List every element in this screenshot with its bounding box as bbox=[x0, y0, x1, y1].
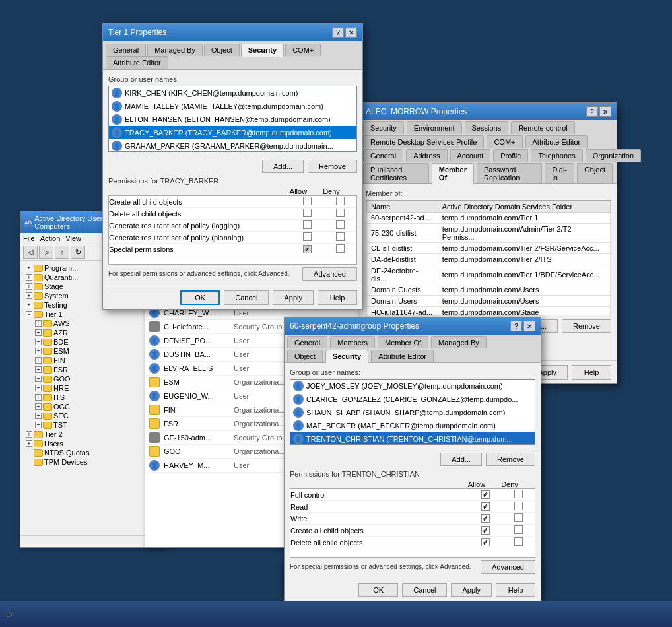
listbox-item[interactable]: 👤 MAE_BECKER (MAE_BECKER@temp.dumpdomain… bbox=[290, 419, 535, 432]
tree-item-ogc[interactable]: + OGC bbox=[23, 402, 162, 411]
serpent-close-btn[interactable]: ✕ bbox=[523, 321, 535, 331]
tab-password-replication[interactable]: Password Replication bbox=[477, 163, 542, 183]
tier1-permissions-listbox[interactable]: Create all child objects Delete all chil… bbox=[108, 195, 357, 265]
ad-refresh-btn[interactable]: ↻ bbox=[71, 246, 85, 259]
alec-close-btn[interactable]: ✕ bbox=[599, 106, 611, 117]
tier1-ok-btn[interactable]: OK bbox=[180, 290, 220, 305]
tab-dial-in[interactable]: Dial-in bbox=[545, 163, 574, 183]
allow-checkbox-grayed[interactable]: ✓ bbox=[303, 245, 312, 253]
taskbar-start[interactable]: ⊞ bbox=[3, 610, 15, 618]
listbox-item[interactable]: 👤 KIRK_CHEN (KIRK_CHEN@temp.dumpdomain.c… bbox=[109, 86, 356, 100]
tree-item-fsr[interactable]: + FSR bbox=[23, 365, 162, 374]
tab-member-of-serpent[interactable]: Member Of bbox=[378, 336, 428, 348]
ad-up-btn[interactable]: ↑ bbox=[55, 246, 69, 259]
serpent-permissions-listbox[interactable]: Full control ✓ Read ✓ Write ✓ Create all… bbox=[290, 488, 535, 558]
tab-com[interactable]: COM+ bbox=[285, 44, 321, 56]
ad-forward-btn[interactable]: ▷ bbox=[39, 246, 53, 259]
tab-object-alec[interactable]: Object bbox=[577, 163, 613, 183]
allow-checkbox[interactable] bbox=[303, 209, 312, 217]
allow-checkbox[interactable]: ✓ bbox=[481, 502, 490, 511]
tab-attribute-editor[interactable]: Attribute Editor bbox=[106, 56, 168, 69]
tier1-users-listbox[interactable]: 👤 KIRK_CHEN (KIRK_CHEN@temp.dumpdomain.c… bbox=[108, 86, 357, 152]
serpent-advanced-btn[interactable]: Advanced bbox=[481, 560, 535, 574]
tab-rdp[interactable]: Remote Desktop Services Profile bbox=[363, 135, 484, 148]
allow-checkbox[interactable] bbox=[303, 232, 312, 241]
serpent-users-listbox[interactable]: 👤 JOEY_MOSLEY (JOEY_MOSLEY@temp.dumpdoma… bbox=[290, 379, 535, 445]
deny-checkbox[interactable] bbox=[514, 525, 523, 534]
tab-sessions[interactable]: Sessions bbox=[465, 121, 509, 134]
tree-item-ntds[interactable]: NTDS Quotas bbox=[23, 448, 162, 457]
deny-checkbox[interactable] bbox=[514, 490, 523, 498]
tier1-close-btn[interactable]: ✕ bbox=[345, 27, 357, 38]
tab-general-serpent[interactable]: General bbox=[287, 336, 327, 348]
tab-remote-control[interactable]: Remote control bbox=[511, 121, 575, 134]
tab-managed-by-serpent[interactable]: Managed By bbox=[431, 336, 487, 348]
tab-profile-alec[interactable]: Profile bbox=[493, 149, 528, 162]
serpent-ok-btn[interactable]: OK bbox=[358, 583, 398, 597]
allow-checkbox[interactable]: ✓ bbox=[481, 538, 490, 546]
ad-back-btn[interactable]: ◁ bbox=[23, 246, 38, 259]
tier1-cancel-btn[interactable]: Cancel bbox=[224, 290, 269, 305]
serpent-add-btn[interactable]: Add... bbox=[440, 453, 482, 466]
listbox-item[interactable]: 👤 ELTON_HANSEN (ELTON_HANSEN@temp.dumpdo… bbox=[109, 113, 356, 126]
listbox-item[interactable]: 👤 GRAHAM_PARKER (GRAHAM_PARKER@temp.dump… bbox=[109, 139, 356, 152]
listbox-item-selected[interactable]: 👤 TRACY_BARKER (TRACY_BARKER@temp.dumpdo… bbox=[109, 126, 356, 139]
tier1-help-icon[interactable]: ? bbox=[332, 27, 344, 38]
tab-telephones[interactable]: Telephones bbox=[531, 149, 582, 162]
allow-checkbox[interactable]: ✓ bbox=[481, 490, 490, 499]
table-row[interactable]: DE-24octobre-dis... temp.dumpdomain.com/… bbox=[367, 265, 611, 284]
tab-environment[interactable]: Environment bbox=[407, 121, 462, 134]
tab-security[interactable]: Security bbox=[241, 44, 284, 57]
table-row[interactable]: 60-serpent42-ad... temp.dumpdomain.com/T… bbox=[367, 213, 611, 224]
tree-item-hre[interactable]: + HRE bbox=[23, 383, 162, 393]
tree-item-esm[interactable]: + ESM bbox=[23, 346, 162, 356]
tab-member-of[interactable]: Member Of bbox=[432, 163, 474, 185]
serpent-remove-btn[interactable]: Remove bbox=[486, 453, 535, 466]
tab-security-serpent[interactable]: Security bbox=[325, 350, 368, 364]
allow-checkbox[interactable] bbox=[303, 220, 312, 229]
tree-item-tpm[interactable]: TPM Devices bbox=[23, 457, 162, 467]
deny-checkbox[interactable] bbox=[514, 502, 523, 510]
deny-checkbox[interactable] bbox=[336, 197, 345, 205]
deny-checkbox[interactable] bbox=[336, 232, 345, 241]
tier1-help-btn[interactable]: Help bbox=[318, 290, 357, 305]
tree-item-goo[interactable]: + GOO bbox=[23, 374, 162, 383]
serpent-help-icon[interactable]: ? bbox=[510, 321, 522, 331]
serpent-help-btn[interactable]: Help bbox=[496, 583, 535, 597]
serpent-cancel-btn[interactable]: Cancel bbox=[402, 583, 447, 597]
deny-checkbox[interactable] bbox=[336, 209, 345, 217]
table-row[interactable]: HO-jula11047-ad... temp.dumpdomain.com/S… bbox=[367, 307, 611, 316]
serpent-apply-btn[interactable]: Apply bbox=[451, 583, 492, 597]
ad-menu-action[interactable]: Action bbox=[40, 234, 61, 242]
tier1-apply-btn[interactable]: Apply bbox=[273, 290, 314, 305]
allow-checkbox[interactable]: ✓ bbox=[481, 514, 490, 523]
tab-attribute-editor-serpent[interactable]: Attribute Editor bbox=[371, 350, 434, 362]
tab-published-certs[interactable]: Published Certificates bbox=[363, 163, 429, 183]
alec-help-btn[interactable]: Help bbox=[572, 365, 611, 380]
member-table-container[interactable]: Name Active Directory Domain Services Fo… bbox=[366, 200, 611, 315]
ad-menu-view[interactable]: View bbox=[65, 234, 81, 242]
deny-checkbox[interactable] bbox=[336, 220, 345, 229]
table-row[interactable]: DA-del-distlist temp.dumpdomain.com/Tier… bbox=[367, 254, 611, 265]
tab-object-serpent[interactable]: Object bbox=[287, 350, 323, 362]
tab-managed-by[interactable]: Managed By bbox=[147, 44, 203, 56]
listbox-item[interactable]: 👤 MAMIE_TALLEY (MAMIE_TALLEY@temp.dumpdo… bbox=[109, 100, 356, 113]
tree-item-sec[interactable]: + SEC bbox=[23, 411, 162, 420]
tab-general-alec[interactable]: General bbox=[363, 149, 403, 162]
tab-organization[interactable]: Organization bbox=[586, 149, 641, 162]
tab-general[interactable]: General bbox=[106, 44, 146, 56]
tree-item-fin[interactable]: + FIN bbox=[23, 356, 162, 365]
listbox-item[interactable]: 👤 JOEY_MOSLEY (JOEY_MOSLEY@temp.dumpdoma… bbox=[290, 380, 535, 393]
table-row[interactable]: Domain Guests temp.dumpdomain.com/Users bbox=[367, 284, 611, 296]
alec-remove-btn[interactable]: Remove bbox=[562, 319, 611, 333]
table-row[interactable]: 75-230-distlist temp.dumpdomain.com/Admi… bbox=[367, 224, 611, 243]
tree-item-tier1[interactable]: - Tier 1 bbox=[23, 310, 162, 319]
deny-checkbox[interactable] bbox=[336, 244, 345, 253]
tier1-add-btn[interactable]: Add... bbox=[262, 160, 304, 173]
allow-checkbox[interactable]: ✓ bbox=[481, 526, 490, 535]
tab-address[interactable]: Address bbox=[406, 149, 447, 162]
tab-com-alec[interactable]: COM+ bbox=[487, 135, 522, 148]
tab-attr-editor-alec[interactable]: Attribute Editor bbox=[525, 135, 588, 148]
tree-item-users[interactable]: + Users bbox=[23, 439, 162, 448]
tree-item-tier2[interactable]: + Tier 2 bbox=[23, 430, 162, 439]
